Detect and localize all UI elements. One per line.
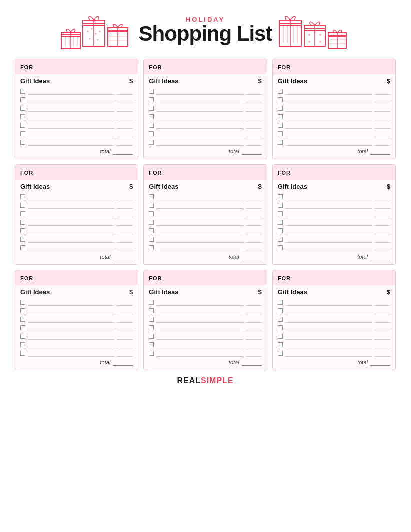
price-line — [246, 114, 262, 120]
checkbox[interactable] — [278, 140, 283, 145]
checkbox[interactable] — [20, 132, 26, 136]
svg-point-35 — [314, 24, 316, 26]
checkbox[interactable] — [20, 237, 26, 242]
checkbox[interactable] — [149, 106, 154, 111]
checkbox[interactable] — [149, 326, 154, 330]
checkbox[interactable] — [20, 89, 26, 94]
checkbox[interactable] — [20, 106, 26, 111]
total-row: total — [20, 254, 133, 260]
checkbox[interactable] — [149, 351, 154, 356]
checkbox[interactable] — [20, 342, 26, 348]
checkbox[interactable] — [20, 203, 26, 208]
item-line — [286, 105, 372, 112]
checkbox[interactable] — [149, 334, 154, 339]
checkbox[interactable] — [149, 342, 154, 348]
card-body: Gift Ideas$total — [273, 74, 396, 159]
checkbox[interactable] — [278, 123, 283, 128]
item-line — [156, 96, 243, 104]
item-line — [28, 122, 114, 129]
item-line — [28, 210, 114, 218]
checkbox[interactable] — [278, 212, 283, 216]
checkbox[interactable] — [278, 326, 283, 330]
total-label: total — [358, 360, 368, 366]
item-line — [28, 88, 114, 95]
dollar-sign: $ — [258, 288, 262, 296]
checkbox[interactable] — [278, 237, 283, 242]
checkbox[interactable] — [149, 203, 154, 208]
svg-point-14 — [95, 34, 96, 35]
item-line — [286, 324, 372, 332]
price-line — [374, 210, 390, 218]
checkbox[interactable] — [149, 98, 154, 102]
checkbox[interactable] — [20, 300, 26, 305]
checkbox[interactable] — [278, 220, 283, 225]
checkbox[interactable] — [149, 246, 154, 250]
item-line — [28, 350, 114, 357]
checkbox[interactable] — [20, 326, 26, 330]
checkbox[interactable] — [149, 228, 154, 234]
checkbox[interactable] — [149, 89, 154, 94]
checkbox[interactable] — [278, 106, 283, 111]
checkbox[interactable] — [20, 123, 26, 128]
item-line — [286, 122, 372, 129]
checkbox[interactable] — [149, 308, 154, 314]
checkbox[interactable] — [278, 132, 283, 136]
checkbox[interactable] — [278, 98, 283, 102]
checkbox[interactable] — [278, 334, 283, 339]
checkbox[interactable] — [20, 351, 26, 356]
item-line — [28, 139, 114, 146]
checkbox[interactable] — [149, 237, 154, 242]
dollar-sign: $ — [130, 288, 133, 296]
checkbox[interactable] — [278, 342, 283, 348]
checkbox[interactable] — [149, 114, 154, 120]
total-row: total — [20, 359, 133, 366]
item-row — [278, 316, 390, 323]
checkbox[interactable] — [20, 308, 26, 314]
item-row — [20, 244, 133, 252]
checkbox[interactable] — [278, 246, 283, 250]
checkbox[interactable] — [149, 300, 154, 305]
checkbox[interactable] — [20, 114, 26, 120]
checkbox[interactable] — [149, 123, 154, 128]
price-line — [117, 105, 133, 112]
item-row — [149, 342, 262, 348]
item-line — [28, 228, 114, 234]
checkbox[interactable] — [20, 98, 26, 102]
checkbox[interactable] — [149, 317, 154, 322]
item-line — [28, 316, 114, 323]
checkbox[interactable] — [149, 212, 154, 216]
total-row: total — [278, 148, 390, 155]
checkbox[interactable] — [149, 194, 154, 200]
dollar-sign: $ — [130, 183, 133, 190]
checkbox[interactable] — [20, 334, 26, 339]
card-header: FOR — [273, 60, 396, 74]
checkbox[interactable] — [278, 114, 283, 120]
item-row — [278, 202, 390, 209]
checkbox[interactable] — [278, 300, 283, 305]
checkbox[interactable] — [278, 308, 283, 314]
checkbox[interactable] — [149, 132, 154, 136]
item-line — [28, 202, 114, 209]
item-row — [149, 236, 262, 243]
checkbox[interactable] — [20, 246, 26, 250]
checkbox[interactable] — [20, 140, 26, 145]
checkbox[interactable] — [278, 228, 283, 234]
checkbox[interactable] — [278, 203, 283, 208]
checkbox[interactable] — [20, 212, 26, 216]
checkbox[interactable] — [20, 194, 26, 200]
checkbox[interactable] — [149, 140, 154, 145]
svg-point-21 — [117, 26, 119, 28]
checkbox[interactable] — [278, 351, 283, 356]
checkbox[interactable] — [20, 317, 26, 322]
checkbox[interactable] — [278, 89, 283, 94]
header-title: HOLIDAY Shopping List — [139, 16, 272, 44]
checkbox[interactable] — [278, 317, 283, 322]
price-line — [246, 210, 262, 218]
checkbox[interactable] — [20, 220, 26, 225]
checkbox[interactable] — [149, 220, 154, 225]
checkbox[interactable] — [278, 194, 283, 200]
price-line — [117, 219, 133, 226]
item-row — [149, 88, 262, 95]
checkbox[interactable] — [20, 228, 26, 234]
gift-ideas-label: Gift Ideas — [20, 183, 50, 190]
